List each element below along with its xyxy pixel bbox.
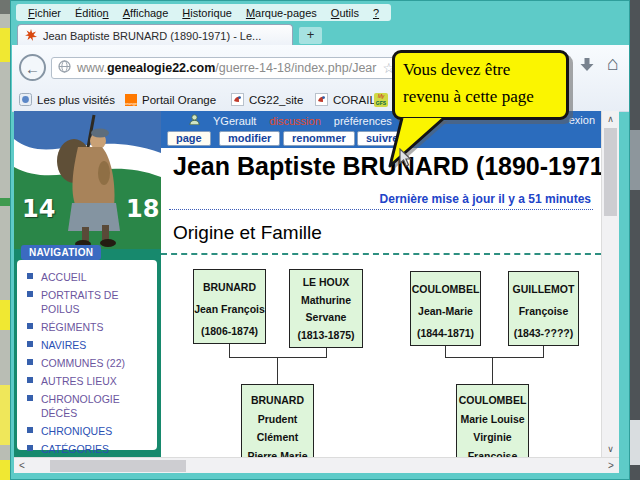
sidebar-item-label: PORTRAITS DE POILUS (41, 289, 118, 315)
horizontal-scrollbar[interactable]: < > (14, 457, 619, 473)
sidebar-item-chroniques[interactable]: CHRONIQUES (26, 424, 153, 438)
url-www: www. (77, 61, 107, 75)
bookmark-label: CORAIL (333, 94, 376, 106)
sidebar-item-label: CHRONIQUES (41, 425, 112, 437)
tooltip-line-1: Vous devez être (403, 56, 558, 83)
title-separator (169, 209, 593, 210)
wiki-tab-page[interactable]: page (167, 131, 211, 146)
back-button[interactable]: ← (19, 54, 46, 81)
globe-icon (58, 60, 71, 76)
vertical-scrollbar[interactable]: ∧ ∨ (601, 111, 619, 457)
bookmark-most-visited[interactable]: Les plus visités (19, 92, 115, 108)
navigation-menu: ACCUEIL PORTRAITS DE POILUS RÉGIMENTS NA… (17, 260, 157, 450)
section-separator (161, 253, 601, 255)
logout-link-partial[interactable]: exion (569, 114, 595, 126)
browser-tab[interactable]: Jean Baptiste BRUNARD (1890-1971) - Le..… (17, 24, 293, 46)
username-link[interactable]: YGerault (213, 115, 256, 127)
article-content: Jean Baptiste BRUNARD (1890-1971) Derniè… (161, 148, 601, 457)
tree-line: Clément (242, 428, 313, 447)
most-visited-icon (19, 93, 32, 108)
sidebar-item-portraits[interactable]: PORTRAITS DE POILUS (26, 288, 153, 316)
horizontal-scrollbar-thumb[interactable] (50, 460, 186, 472)
bullet-icon (27, 395, 33, 401)
new-tab-button[interactable]: + (299, 27, 322, 44)
tree-box-coulombel-marie-louise: COULOMBEL Marie Louise Virginie François… (456, 384, 529, 457)
background-window-left (0, 0, 10, 480)
vertical-scrollbar-thumb[interactable] (604, 128, 617, 216)
tree-line: Jean François (194, 298, 265, 320)
tree-connector (326, 348, 327, 357)
sidebar-item-autres-lieux[interactable]: AUTRES LIEUX (26, 374, 153, 388)
tree-line: COULOMBEL (457, 391, 528, 410)
tooltip-line-2: revenu à cette page (403, 83, 558, 110)
scroll-right-icon[interactable]: > (603, 458, 619, 473)
menu-item-marque-pages[interactable]: Marque-pages (239, 6, 324, 20)
bookmark-mygfs[interactable]: MyGFS (374, 92, 388, 108)
tree-box-brunard-prudent: BRUNARD Prudent Clément Pierre Marie (241, 384, 314, 457)
tree-line: (1813-1875) (290, 327, 362, 345)
tree-line: BRUNARD (194, 276, 265, 298)
tree-box-guillemot-francoise: GUILLEMOT Françoise (1843-????) (508, 271, 579, 346)
menu-item-historique[interactable]: Historique (175, 6, 239, 20)
tree-line: Virginie (457, 428, 528, 447)
scroll-up-icon[interactable]: ∧ (602, 111, 619, 127)
tree-box-coulombel-jean-marie: COULOMBEL Jean-Marie (1844-1871) (410, 271, 481, 346)
scroll-down-icon[interactable]: ∨ (602, 441, 619, 457)
menu-item-fichier[interactable]: Fichier (21, 6, 68, 20)
tree-line: LE HOUX (290, 274, 362, 292)
tab-favicon-icon (25, 29, 37, 43)
tooltip-bubble: Vous devez être revenu à cette page (392, 50, 569, 120)
url-domain: genealogie22.com (107, 61, 215, 75)
url-bar[interactable]: www.genealogie22.com/guerre-14-18/index.… (51, 57, 406, 79)
tree-line: Pierre Marie (242, 447, 313, 458)
section-heading: Origine et Famille (173, 222, 322, 244)
mygfs-icon-text-bottom: GFS (374, 100, 388, 106)
user-icon (189, 114, 200, 127)
tree-connector (229, 357, 327, 358)
home-icon[interactable]: ⌂ (607, 52, 619, 75)
sidebar-item-accueil[interactable]: ACCUEIL (26, 270, 153, 284)
bookmark-label: Les plus visités (37, 94, 115, 106)
bookmark-label: CG22_site (249, 94, 303, 106)
tree-line: Servane (290, 309, 362, 327)
menu-bar: Fichier Édition Affichage Historique Mar… (16, 4, 391, 21)
sidebar-item-navires[interactable]: NAVIRES (26, 338, 153, 352)
orange-icon: orange (125, 94, 137, 106)
bullet-icon (27, 377, 33, 383)
orange-icon-text: orange (125, 101, 137, 106)
downloads-icon[interactable] (579, 57, 597, 75)
wiki-tab-renommer[interactable]: renommer (283, 131, 355, 146)
bullet-icon (27, 341, 33, 347)
sidebar-item-regiments[interactable]: RÉGIMENTS (26, 320, 153, 334)
tree-box-brunard-jean-francois: BRUNARD Jean François (1806-1874) (193, 269, 266, 344)
menu-item-affichage[interactable]: Affichage (116, 6, 176, 20)
tree-line: COULOMBEL (411, 278, 480, 300)
bullet-icon (27, 323, 33, 329)
tree-connector (445, 346, 446, 357)
tree-box-le-houx-mathurine: LE HOUX Mathurine Servane (1813-1875) (289, 269, 363, 348)
wiki-tabs-row: page modifier renommer suivre (161, 130, 601, 148)
sidebar-item-communes[interactable]: COMMUNES (22) (26, 356, 153, 370)
bookmark-corail[interactable]: CORAIL (315, 92, 376, 108)
tree-connector (445, 357, 544, 358)
menu-item-edition[interactable]: Édition (68, 6, 116, 20)
bullet-icon (27, 291, 33, 297)
menu-item-aide[interactable]: ? (366, 6, 386, 20)
bookmark-portail-orange[interactable]: orange Portail Orange (125, 92, 216, 108)
site-logo-14-18: 14 18 (14, 111, 161, 249)
tree-line: (1806-1874) (194, 320, 265, 342)
menu-item-outils[interactable]: Outils (324, 6, 366, 20)
tree-connector (543, 346, 544, 357)
scroll-left-icon[interactable]: < (14, 458, 30, 473)
wiki-tab-modifier[interactable]: modifier (219, 131, 280, 146)
sidebar-item-chronologie[interactable]: CHRONOLOGIE DÉCÈS (26, 392, 153, 420)
last-updated-text: Dernière mise à jour il y a 51 minutes (380, 192, 591, 206)
sidebar-item-categories[interactable]: CATÉGORIES (26, 442, 153, 456)
url-path: /guerre-14-18/index.php/Jear (215, 61, 376, 75)
bookmark-cg22-site[interactable]: CG22_site (231, 92, 303, 108)
discussion-link[interactable]: discussion (269, 115, 320, 127)
tree-line: (1844-1871) (411, 322, 480, 344)
sidebar-item-label: COMMUNES (22) (41, 357, 125, 369)
bullet-icon (27, 427, 33, 433)
tab-title: Jean Baptiste BRUNARD (1890-1971) - Le..… (43, 30, 261, 42)
